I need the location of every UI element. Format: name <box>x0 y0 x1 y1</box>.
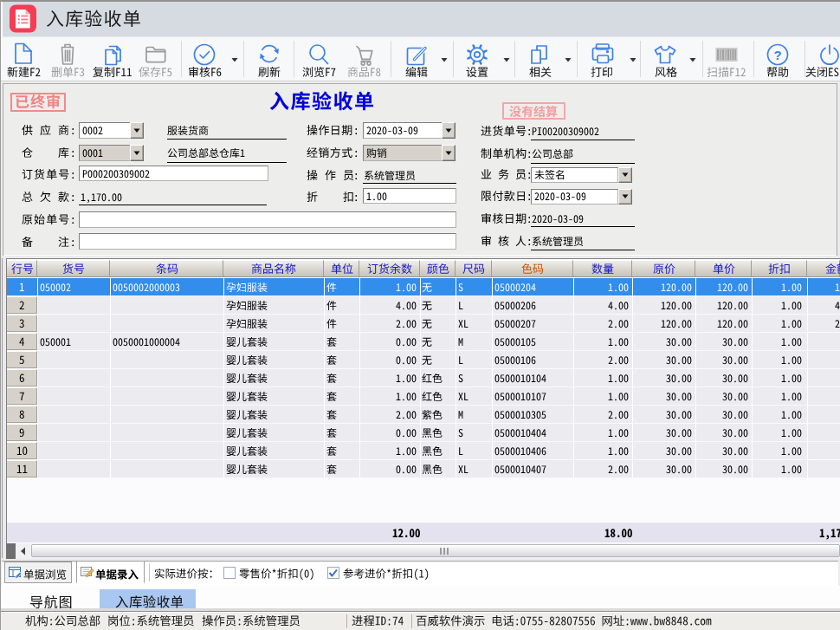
svg-text:?: ? <box>773 48 781 62</box>
